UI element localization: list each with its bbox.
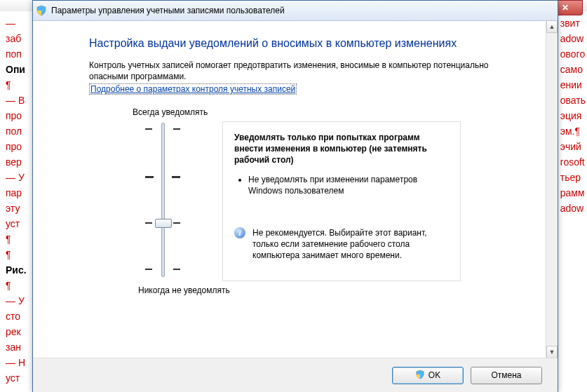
description-text: Контроль учетных записей помогает предот… <box>89 60 517 82</box>
slider-label-top: Всегда уведомлять <box>133 107 208 117</box>
slider-tick <box>145 176 180 177</box>
info-icon <box>234 227 245 238</box>
scroll-down-arrow-icon[interactable]: ▼ <box>546 346 558 358</box>
level-title: Уведомлять только при попытках программ … <box>234 132 449 165</box>
ok-button[interactable]: OK <box>392 367 464 384</box>
scroll-up-arrow-icon[interactable]: ▲ <box>546 20 558 33</box>
level-description-panel: Уведомлять только при попытках программ … <box>222 121 461 281</box>
dialog-footer: OK Отмена <box>33 358 558 392</box>
level-bullet: Не уведомлять при изменении параметров W… <box>248 174 449 196</box>
learn-more-link[interactable]: Подробнее о параметрах контроля учетных … <box>89 83 297 95</box>
titlebar[interactable]: Параметры управления учетными записями п… <box>33 1 558 21</box>
shield-icon <box>36 5 47 16</box>
slider-tick <box>145 128 180 130</box>
uac-settings-dialog: Параметры управления учетными записями п… <box>32 0 558 392</box>
slider-thumb[interactable] <box>155 219 172 228</box>
slider-track <box>161 123 165 277</box>
cancel-button[interactable]: Отмена <box>471 367 542 384</box>
page-title: Настройка выдачи уведомлений о вносимых … <box>89 37 517 50</box>
cancel-button-label: Отмена <box>491 370 521 380</box>
titlebar-text: Параметры управления учетными записями п… <box>51 6 285 15</box>
slider-tick <box>145 269 180 270</box>
vertical-scrollbar[interactable]: ▲ ▼ <box>546 20 558 358</box>
level-recommendation: Не рекомендуется. Выбирайте этот вариант… <box>252 227 449 261</box>
notification-slider[interactable] <box>145 123 180 277</box>
dialog-body: Настройка выдачи уведомлений о вносимых … <box>33 20 546 358</box>
slider-label-bottom: Никогда не уведомлять <box>138 285 230 295</box>
ok-button-label: OK <box>429 370 440 380</box>
shield-icon <box>415 370 425 381</box>
